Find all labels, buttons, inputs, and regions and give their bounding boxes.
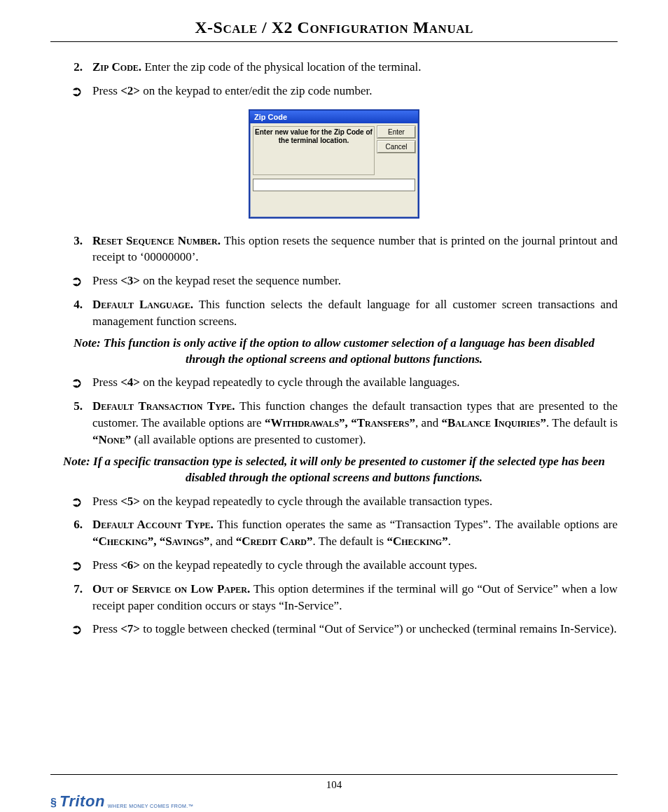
txt: .	[448, 535, 451, 548]
instruction-text: Press <4> on the keypad repeatedly to cy…	[92, 374, 618, 391]
opt: “Withdrawals”, “Transfers”	[265, 416, 415, 429]
item-number: 5.	[50, 398, 92, 448]
cancel-button[interactable]: Cancel	[377, 141, 415, 153]
instruction-row: ➲ Press <3> on the keypad reset the sequ…	[50, 273, 618, 289]
title-rule	[50, 41, 618, 42]
item-body: Default Account Type. This function oper…	[92, 516, 618, 550]
item-body: Zip Code. Enter the zip code of the phys…	[92, 59, 618, 76]
item-body: Default Transaction Type. This function …	[92, 398, 618, 448]
zip-code-input[interactable]	[253, 179, 415, 191]
txt: (all available options are presented to …	[131, 433, 366, 446]
instruction-text: Press <6> on the keypad repeatedly to cy…	[92, 557, 618, 574]
page-number: 104	[50, 779, 618, 791]
arrow-icon: ➲	[50, 273, 92, 289]
item-body: Out of Service on Low Paper. This option…	[92, 581, 618, 614]
opt: “Credit Card”	[236, 535, 313, 548]
key-label: <3>	[120, 274, 140, 287]
txt: , and	[415, 416, 442, 429]
zip-code-dialog: Zip Code Enter new value for the Zip Cod…	[249, 109, 419, 219]
instruction-text: Press <5> on the keypad repeatedly to cy…	[92, 493, 618, 510]
instruction-row: ➲ Press <2> on the keypad to enter/edit …	[50, 83, 618, 99]
key-label: <7>	[120, 622, 140, 635]
dialog-buttons: Enter Cancel	[377, 126, 415, 175]
enter-button[interactable]: Enter	[377, 126, 415, 138]
page-footer: 104 § Triton WHERE MONEY COMES FROM.™	[50, 774, 618, 791]
note-5: Note: If a specific transaction type is …	[55, 454, 613, 486]
arrow-icon: ➲	[50, 621, 92, 638]
txt: . The default is	[546, 416, 618, 429]
key-label: <4>	[120, 376, 140, 389]
item-body: Reset Sequence Number. This option reset…	[92, 233, 618, 266]
instruction-row: ➲ Press <4> on the keypad repeatedly to …	[50, 374, 618, 391]
item-5: 5. Default Transaction Type. This functi…	[50, 398, 618, 448]
item-2: 2. Zip Code. Enter the zip code of the p…	[50, 59, 618, 76]
item-heading: Default Language.	[92, 298, 193, 311]
item-heading: Default Transaction Type.	[92, 399, 235, 413]
page-title: X-Scale / X2 Configuration Manual	[50, 18, 618, 37]
arrow-icon: ➲	[50, 493, 92, 510]
instruction-row: ➲ Press <7> to toggle between checked (t…	[50, 621, 618, 638]
item-number: 6.	[50, 516, 92, 550]
item-3: 3. Reset Sequence Number. This option re…	[50, 233, 618, 266]
txt: , and	[209, 535, 235, 548]
item-number: 4.	[50, 296, 92, 330]
key-label: <2>	[120, 84, 140, 97]
opt: “Balance Inquiries”	[442, 416, 546, 429]
dialog-figure: Zip Code Enter new value for the Zip Cod…	[50, 109, 618, 219]
note-4: Note: This function is only active if th…	[55, 336, 613, 368]
footer-rule	[50, 774, 618, 775]
txt: . The default is	[312, 535, 387, 548]
logo-icon: §	[50, 797, 57, 809]
dialog-message: Enter new value for the Zip Code of the …	[253, 126, 375, 175]
instruction-text: Press <7> to toggle between checked (ter…	[92, 621, 618, 638]
item-4: 4. Default Language. This function selec…	[50, 296, 618, 330]
item-7: 7. Out of Service on Low Paper. This opt…	[50, 581, 618, 614]
arrow-icon: ➲	[50, 83, 92, 99]
item-number: 3.	[50, 233, 92, 266]
dialog-body: Enter new value for the Zip Code of the …	[250, 123, 418, 178]
instruction-text: Press <3> on the keypad reset the sequen…	[92, 273, 618, 289]
txt: This function operates the same as “Tran…	[214, 518, 618, 531]
arrow-icon: ➲	[50, 557, 92, 574]
opt: “Checking”	[387, 535, 447, 548]
item-heading: Default Account Type.	[92, 518, 214, 531]
item-number: 7.	[50, 581, 92, 614]
item-heading: Out of Service on Low Paper.	[92, 582, 250, 596]
brand-name: Triton	[60, 792, 105, 811]
item-heading: Reset Sequence Number.	[92, 234, 221, 247]
instruction-text: Press <2> on the keypad to enter/edit th…	[92, 83, 618, 99]
key-label: <5>	[120, 495, 140, 508]
arrow-icon: ➲	[50, 374, 92, 391]
opt: “Checking”, “Savings”	[92, 535, 209, 548]
key-label: <6>	[120, 558, 140, 572]
brand-tagline: WHERE MONEY COMES FROM.™	[108, 804, 193, 811]
item-6: 6. Default Account Type. This function o…	[50, 516, 618, 550]
item-number: 2.	[50, 59, 92, 76]
opt: “None”	[92, 433, 131, 446]
instruction-row: ➲ Press <6> on the keypad repeatedly to …	[50, 557, 618, 574]
dialog-titlebar: Zip Code	[250, 111, 418, 123]
instruction-row: ➲ Press <5> on the keypad repeatedly to …	[50, 493, 618, 510]
brand-logo: § Triton WHERE MONEY COMES FROM.™	[50, 792, 193, 811]
dialog-input-area	[250, 178, 418, 217]
item-body: Default Language. This function selects …	[92, 296, 618, 330]
item-heading: Zip Code.	[92, 60, 141, 74]
item-text: Enter the zip code of the physical locat…	[141, 60, 421, 74]
manual-page: X-Scale / X2 Configuration Manual 2. Zip…	[0, 0, 668, 812]
